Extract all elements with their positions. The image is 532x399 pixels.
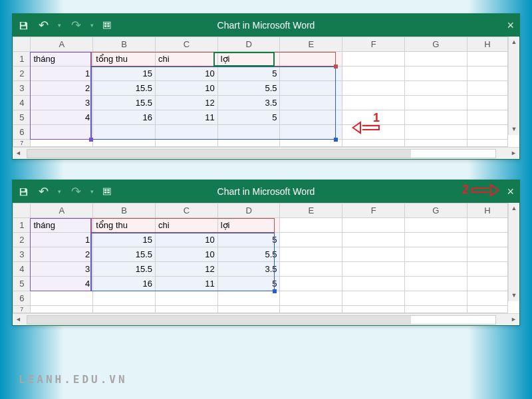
cell[interactable] <box>404 140 467 147</box>
edit-data-icon[interactable] <box>103 186 114 197</box>
cell[interactable]: 5.5 <box>217 81 280 96</box>
cell[interactable]: 4 <box>31 277 93 291</box>
cell[interactable]: 15.5 <box>93 96 156 110</box>
cell[interactable] <box>93 125 156 140</box>
cell[interactable] <box>93 140 156 147</box>
table-row[interactable]: 4 3 15.5 12 3.5 <box>13 262 508 277</box>
cell[interactable] <box>404 52 467 66</box>
horizontal-scrollbar[interactable]: ◄ ► <box>13 147 519 159</box>
range-handle[interactable] <box>273 289 277 293</box>
cell[interactable]: 5 <box>217 110 280 125</box>
cell[interactable]: 4 <box>31 110 93 125</box>
cell[interactable]: 3.5 <box>217 262 280 277</box>
cell[interactable] <box>467 81 507 96</box>
table-row[interactable]: 1 tháng tổng thu chi lợi <box>13 218 508 233</box>
cell[interactable] <box>404 110 467 125</box>
edit-data-icon[interactable] <box>103 20 114 31</box>
table-row[interactable]: 6 <box>13 125 508 140</box>
cell[interactable] <box>280 66 342 81</box>
row-header[interactable]: 1 <box>13 52 31 66</box>
scroll-up-icon[interactable]: ▲ <box>509 203 519 214</box>
scroll-thumb[interactable] <box>27 150 411 158</box>
cell[interactable] <box>280 96 342 110</box>
cell[interactable] <box>342 291 405 306</box>
cell[interactable] <box>217 306 280 313</box>
cell[interactable] <box>404 96 467 110</box>
cell[interactable] <box>404 262 467 277</box>
cell[interactable] <box>31 140 93 147</box>
cell[interactable]: 3.5 <box>217 96 280 110</box>
col-header[interactable]: A <box>31 203 93 218</box>
cell[interactable]: tháng <box>31 218 93 233</box>
cell[interactable] <box>280 140 342 147</box>
col-header[interactable]: D <box>217 203 280 218</box>
cell[interactable] <box>404 247 467 262</box>
vertical-scrollbar[interactable]: ▲ ▼ <box>508 37 519 135</box>
row-header[interactable]: 4 <box>13 96 31 110</box>
col-header[interactable]: C <box>155 37 217 52</box>
table-row[interactable]: 6 <box>13 291 508 306</box>
row-header[interactable]: 5 <box>13 110 31 125</box>
range-handle[interactable] <box>334 65 338 68</box>
cell[interactable] <box>467 262 507 277</box>
cell[interactable] <box>467 233 507 247</box>
cell[interactable]: 15.5 <box>93 247 156 262</box>
vertical-scrollbar[interactable]: ▲ ▼ <box>508 203 519 301</box>
table-row[interactable]: 3 2 15.5 10 5.5 <box>13 247 508 262</box>
spreadsheet-grid-top[interactable]: A B C D E F G H 1 tháng tổng thu chi lợi… <box>13 37 519 147</box>
undo-dropdown-icon[interactable]: ▾ <box>58 22 61 29</box>
save-icon[interactable] <box>18 186 29 197</box>
cell[interactable]: lợi <box>217 52 280 66</box>
col-header[interactable]: F <box>342 37 405 52</box>
cell[interactable] <box>342 218 405 233</box>
table-row[interactable]: 5 4 16 11 5 <box>13 277 508 291</box>
cell[interactable] <box>404 66 467 81</box>
cell[interactable] <box>155 125 217 140</box>
row-header[interactable]: 4 <box>13 262 31 277</box>
cell[interactable] <box>342 277 405 291</box>
row-header[interactable]: 7 <box>13 140 31 147</box>
cell[interactable]: 15 <box>93 233 156 247</box>
cell[interactable] <box>342 233 405 247</box>
cell[interactable] <box>467 291 507 306</box>
col-header[interactable]: C <box>155 203 217 218</box>
scroll-up-icon[interactable]: ▲ <box>509 37 519 48</box>
cell[interactable] <box>467 247 507 262</box>
scroll-down-icon[interactable]: ▼ <box>509 124 519 135</box>
cell[interactable] <box>280 291 342 306</box>
redo-icon[interactable]: ↷ <box>70 20 81 31</box>
table-row[interactable]: 5 4 16 11 5 <box>13 110 508 125</box>
cell[interactable] <box>93 306 156 313</box>
cell[interactable] <box>280 81 342 96</box>
cell[interactable] <box>280 218 342 233</box>
cell[interactable] <box>31 306 93 313</box>
cell[interactable] <box>280 52 342 66</box>
cell[interactable] <box>93 291 156 306</box>
scroll-track[interactable] <box>27 149 496 158</box>
cell[interactable]: 10 <box>155 66 217 81</box>
row-header[interactable]: 6 <box>13 291 31 306</box>
cell[interactable] <box>280 247 342 262</box>
scroll-left-icon[interactable]: ◄ <box>13 314 24 325</box>
cell[interactable] <box>342 81 405 96</box>
table-row[interactable]: 7 <box>13 140 508 147</box>
cell[interactable]: 3 <box>31 96 93 110</box>
cell[interactable] <box>155 306 217 313</box>
cell[interactable]: chi <box>155 52 217 66</box>
col-header[interactable]: E <box>280 203 342 218</box>
cell[interactable]: 10 <box>155 233 217 247</box>
cell[interactable] <box>342 96 405 110</box>
row-header[interactable]: 3 <box>13 81 31 96</box>
cell[interactable]: 3 <box>31 262 93 277</box>
cell[interactable] <box>217 291 280 306</box>
close-icon[interactable]: × <box>507 185 514 199</box>
cell[interactable] <box>404 277 467 291</box>
redo-dropdown-icon[interactable]: ▾ <box>90 188 94 195</box>
table-row[interactable]: 1 tháng tổng thu chi lợi <box>13 52 508 66</box>
row-header[interactable]: 5 <box>13 277 31 291</box>
col-header[interactable]: H <box>467 37 507 52</box>
cell[interactable] <box>342 306 405 313</box>
undo-dropdown-icon[interactable]: ▾ <box>58 188 61 195</box>
scroll-down-icon[interactable]: ▼ <box>509 290 519 301</box>
save-icon[interactable] <box>18 20 29 31</box>
